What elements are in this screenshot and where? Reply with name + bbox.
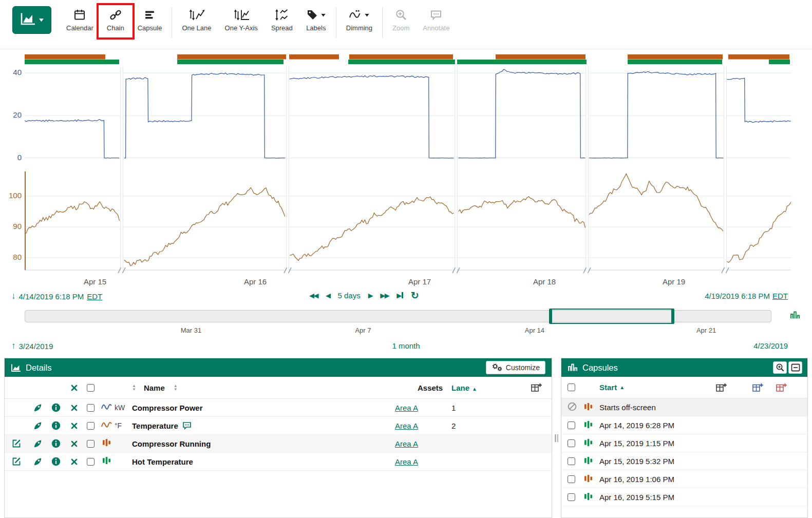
capsule-checkbox[interactable]: [568, 421, 575, 429]
capsule-checkbox[interactable]: [568, 475, 575, 483]
capsule-row[interactable]: Apr 15, 2019 5:32 PM: [561, 452, 807, 470]
sort-icon[interactable]: ▲▼: [174, 384, 178, 391]
toolbar-button-one-lane[interactable]: One Lane: [175, 7, 218, 32]
toolbar-button-chain[interactable]: Chain: [100, 7, 131, 32]
capsule-bar: [728, 54, 789, 60]
step-back-full-button[interactable]: ◀◀: [309, 292, 318, 299]
row-checkbox[interactable]: [87, 458, 95, 466]
remove-icon[interactable]: [71, 458, 78, 465]
asset-link[interactable]: Area A: [395, 439, 418, 448]
capsule-row[interactable]: Apr 15, 2019 1:15 PM: [561, 434, 807, 452]
toolbar-separator: [172, 7, 172, 38]
zoom-to-capsule-button[interactable]: [773, 361, 787, 374]
toolbar-button-calendar[interactable]: Calendar: [60, 7, 100, 32]
row-checkbox[interactable]: [87, 440, 95, 448]
panel-splitter[interactable]: [552, 358, 561, 518]
capsule-bar: [289, 54, 339, 60]
customize-button[interactable]: Customize: [486, 361, 545, 374]
trend-chart-canvas[interactable]: Apr 15Apr 16Apr 17Apr 18Apr 19: [25, 52, 791, 289]
column-header-assets[interactable]: Assets: [418, 383, 443, 392]
timebar-track[interactable]: [25, 310, 771, 322]
toolbar-button-capsule[interactable]: Capsule: [131, 7, 169, 32]
step-forward-button[interactable]: ▶: [368, 292, 373, 299]
table-row[interactable]: Hot TemperatureArea A: [5, 453, 552, 471]
timebar-label: Mar 31: [181, 327, 201, 334]
info-icon[interactable]: [51, 403, 61, 412]
signal-icon: [101, 421, 112, 431]
info-icon[interactable]: [51, 457, 61, 466]
toolbar-button-one-y-axis[interactable]: One Y-Axis: [218, 7, 265, 32]
overview-timebar: Mar 31Apr 7Apr 14Apr 21: [0, 309, 812, 339]
asset-link[interactable]: Area A: [395, 404, 418, 412]
capsule-row[interactable]: Apr 16, 2019 1:06 PM: [561, 470, 807, 488]
trend-view-button[interactable]: [12, 6, 51, 34]
timezone-link[interactable]: EDT: [87, 292, 102, 301]
rocket-icon[interactable]: [33, 439, 43, 449]
unit-label: kW: [115, 404, 132, 412]
capsule-checkbox[interactable]: [568, 439, 575, 447]
add-column-button-2[interactable]: [752, 383, 763, 392]
timebar-selection[interactable]: [549, 309, 674, 324]
edit-icon[interactable]: [12, 457, 21, 466]
step-to-end-button[interactable]: ▶: [396, 292, 403, 299]
asset-link[interactable]: Area A: [395, 421, 418, 430]
display-range-duration[interactable]: 5 days: [338, 291, 361, 300]
display-range-start: 4/14/2019 6:18 PM: [19, 292, 84, 301]
column-header-lane[interactable]: Lane: [451, 383, 469, 392]
rocket-icon[interactable]: [33, 421, 43, 431]
toolbar: CalendarChainCapsuleOne LaneOne Y-AxisSp…: [0, 0, 812, 49]
add-column-button-3[interactable]: [776, 383, 787, 392]
trend-chart[interactable]: 020408090100 Apr 15Apr 16Apr 17Apr 18Apr…: [0, 49, 812, 291]
investigate-start-arrow-icon: ↑: [11, 341, 16, 351]
table-row[interactable]: °FTemperatureArea A2: [5, 417, 552, 435]
capsule-checkbox[interactable]: [568, 457, 575, 465]
capsule-bar: [177, 54, 286, 60]
asset-link[interactable]: Area A: [395, 457, 418, 466]
comment-icon[interactable]: [182, 421, 192, 430]
edit-icon[interactable]: [12, 439, 21, 448]
remove-all-button[interactable]: [71, 385, 78, 391]
refresh-icon[interactable]: ↻: [411, 292, 419, 300]
capsule-time-icon[interactable]: [789, 311, 801, 319]
collapse-panel-button[interactable]: [788, 361, 802, 374]
capsule-row[interactable]: Apr 14, 2019 6:28 PM: [561, 416, 807, 434]
select-all-checkbox[interactable]: [87, 384, 95, 392]
add-column-button[interactable]: [531, 383, 542, 392]
timezone-link[interactable]: EDT: [772, 292, 788, 300]
column-header-start[interactable]: Start: [599, 383, 617, 392]
toolbar-button-zoom: Zoom: [386, 7, 416, 32]
select-all-capsules-checkbox[interactable]: [568, 383, 575, 391]
remove-icon[interactable]: [71, 405, 78, 411]
rocket-icon[interactable]: [33, 403, 43, 413]
table-row[interactable]: kWCompressor PowerArea A1: [5, 399, 552, 417]
rocket-icon[interactable]: [33, 457, 43, 467]
capsule-checkbox[interactable]: [568, 493, 575, 501]
table-row[interactable]: Compressor RunningArea A: [5, 435, 552, 453]
remove-icon[interactable]: [71, 440, 78, 447]
info-icon[interactable]: [51, 421, 61, 430]
capsule-row[interactable]: Starts off-screen: [561, 398, 807, 416]
capsule-bar: [25, 60, 119, 64]
capsule-icon: [584, 456, 593, 466]
capsule-start-time: Apr 16, 2019 5:15 PM: [599, 493, 807, 502]
row-checkbox[interactable]: [87, 422, 95, 430]
chevron-down-icon: [38, 15, 45, 25]
annotate-icon: [430, 7, 442, 23]
toolbar-button-dimming[interactable]: Dimming: [339, 7, 379, 32]
investigate-range-bar: ↑ 3/24/2019 1 month 4/23/2019: [0, 340, 812, 353]
step-forward-full-button[interactable]: ▶▶: [380, 292, 389, 299]
add-column-button-1[interactable]: [716, 383, 727, 392]
column-header-name[interactable]: Name: [144, 383, 165, 392]
toolbar-button-labels[interactable]: Labels: [299, 7, 333, 32]
info-icon[interactable]: [51, 439, 61, 448]
details-panel-title: Details: [26, 363, 51, 373]
calendar-icon: [73, 7, 86, 23]
sort-icon[interactable]: ▲▼: [132, 384, 136, 391]
toolbar-button-spread[interactable]: Spread: [265, 7, 299, 32]
step-back-button[interactable]: ◀: [326, 292, 330, 299]
remove-icon[interactable]: [71, 423, 78, 429]
row-checkbox[interactable]: [87, 404, 95, 412]
y-axis-tick: 80: [1, 253, 22, 261]
capsule-row[interactable]: Apr 16, 2019 5:15 PM: [561, 488, 807, 506]
item-name: Compressor Running: [132, 439, 211, 448]
